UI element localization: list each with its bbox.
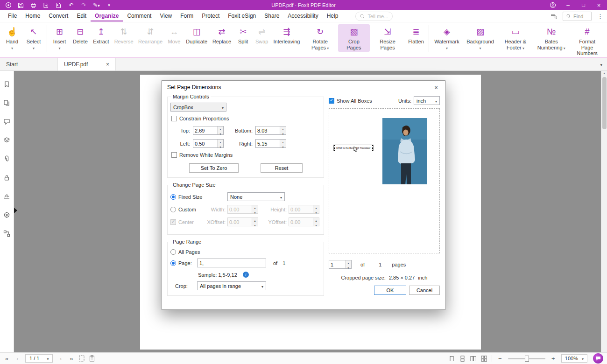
signature-panel-button[interactable] — [3, 192, 11, 200]
tool-hand[interactable]: ☝ Hand — [2, 24, 22, 52]
width-input[interactable] — [227, 205, 258, 214]
spinner-buttons[interactable] — [252, 205, 258, 213]
fixed-size-radio[interactable]: Fixed Size — [170, 194, 227, 200]
selection-handle[interactable] — [372, 147, 374, 149]
page-indicator[interactable]: 1 / 1 — [25, 354, 53, 363]
tool-rearrange[interactable]: ⇵ Rearrange — [136, 24, 165, 46]
snapshot-button[interactable] — [79, 355, 85, 362]
spin-down-icon[interactable] — [218, 144, 223, 149]
preview-page-value[interactable] — [329, 260, 345, 268]
bottom-value[interactable] — [256, 126, 280, 134]
spin-up-icon[interactable] — [218, 140, 223, 144]
single-page-view-button[interactable] — [449, 356, 455, 362]
menu-file[interactable]: File — [4, 11, 21, 21]
crop-preview[interactable]: UPDF is the Best PDF Translator — [329, 108, 440, 253]
tool-extract[interactable]: ↥ Extract — [91, 24, 112, 46]
xoffset-value[interactable] — [228, 218, 252, 226]
tab-start[interactable]: Start — [0, 58, 58, 70]
tab-updf-pdf[interactable]: UPDF.pdf — [58, 58, 116, 70]
zoom-in-button[interactable] — [550, 356, 557, 362]
spin-up-icon[interactable] — [313, 205, 319, 210]
zoom-level-select[interactable]: 100% — [561, 354, 587, 363]
menu-form[interactable]: Form — [176, 11, 198, 21]
zoom-slider-thumb[interactable] — [525, 356, 529, 362]
clipboard-button[interactable] — [89, 355, 95, 362]
zoom-out-button[interactable] — [497, 356, 503, 362]
redo-icon[interactable] — [80, 2, 87, 9]
print-icon[interactable] — [30, 2, 37, 9]
ok-button[interactable]: OK — [374, 286, 406, 295]
selection-handle[interactable] — [333, 147, 335, 149]
facing-continuous-view-button[interactable] — [481, 356, 487, 362]
menu-share[interactable]: Share — [260, 11, 283, 21]
spin-up-icon[interactable] — [218, 126, 223, 131]
spin-down-icon[interactable] — [313, 223, 319, 227]
fixed-size-select[interactable]: None — [227, 192, 285, 201]
menu-convert[interactable]: Convert — [44, 11, 72, 21]
height-input[interactable] — [289, 205, 319, 214]
menu-accessibility[interactable]: Accessibility — [283, 11, 322, 21]
spinner-buttons[interactable] — [252, 218, 258, 226]
tool-split[interactable]: ✂ Split — [234, 24, 253, 46]
previous-page-button[interactable] — [14, 356, 21, 362]
spin-up-icon[interactable] — [280, 126, 286, 131]
close-button[interactable] — [595, 2, 602, 9]
center-checkbox[interactable]: Center — [170, 219, 205, 225]
bookmarks-panel-button[interactable] — [3, 80, 11, 88]
more-options-icon[interactable] — [597, 13, 603, 20]
left-margin-input[interactable] — [193, 139, 224, 148]
tool-rotate-pages[interactable]: ↻ Rotate Pages — [302, 24, 338, 52]
info-icon[interactable] — [243, 272, 249, 278]
cancel-button[interactable]: Cancel — [409, 286, 440, 295]
tool-bates-numbering[interactable]: № Bates Numbering — [533, 24, 569, 52]
export-pdf-icon[interactable] — [42, 2, 49, 9]
set-to-zero-button[interactable]: Set To Zero — [189, 163, 239, 173]
spin-down-icon[interactable] — [346, 265, 351, 270]
tool-format-page-numbers[interactable]: # Format Page Numbers — [569, 24, 605, 58]
tool-crop-pages[interactable]: ▧ Crop Pages — [338, 24, 370, 52]
destinations-panel-button[interactable] — [3, 211, 11, 218]
advanced-search-icon[interactable] — [551, 13, 557, 19]
facing-view-button[interactable] — [470, 356, 476, 362]
spin-down-icon[interactable] — [218, 131, 223, 136]
spinner-buttons[interactable] — [217, 140, 223, 147]
spinner-buttons[interactable] — [280, 140, 286, 147]
spin-down-icon[interactable] — [252, 223, 258, 227]
tool-header-footer[interactable]: ▭ Header & Footer — [498, 24, 534, 52]
ai-assistant-button[interactable] — [593, 353, 603, 364]
security-panel-button[interactable] — [3, 174, 11, 181]
menu-foxit-esign[interactable]: Foxit eSign — [224, 11, 260, 21]
height-value[interactable] — [289, 205, 313, 213]
page-thumbnails-panel-button[interactable] — [3, 99, 11, 106]
selection-handle[interactable] — [333, 150, 335, 151]
menu-comment[interactable]: Comment — [123, 11, 155, 21]
spinner-buttons[interactable] — [313, 218, 319, 226]
first-page-button[interactable] — [4, 356, 10, 362]
spin-down-icon[interactable] — [280, 144, 286, 149]
next-page-button[interactable] — [57, 356, 64, 362]
dialog-header[interactable]: Set Page Dimensions — [162, 81, 445, 94]
menu-help[interactable]: Help — [323, 11, 343, 21]
layers-panel-button[interactable] — [3, 136, 11, 144]
spin-up-icon[interactable] — [252, 218, 258, 223]
dialog-close-icon[interactable] — [432, 84, 440, 91]
tool-reverse[interactable]: ⇅ Reverse — [112, 24, 136, 46]
tool-delete[interactable]: ⊟ Delete — [70, 24, 90, 46]
tool-insert[interactable]: ⊞ Insert — [49, 24, 70, 52]
spinner-buttons[interactable] — [217, 126, 223, 134]
spinner-buttons[interactable] — [313, 205, 319, 213]
document-canvas[interactable]: Set Page Dimensions Margin Controls Crop… — [14, 71, 601, 352]
tell-me-search[interactable]: Tell me... — [355, 12, 393, 21]
tool-swap[interactable]: ⇌ Swap — [253, 24, 271, 46]
spinner-buttons[interactable] — [345, 260, 351, 268]
spin-down-icon[interactable] — [252, 210, 258, 215]
page-radio[interactable]: Page: — [170, 260, 197, 266]
continuous-view-button[interactable] — [459, 356, 466, 362]
account-icon[interactable] — [549, 2, 556, 9]
tool-resize-pages[interactable]: ⇲ Resize Pages — [370, 24, 406, 52]
right-value[interactable] — [256, 140, 280, 147]
spin-up-icon[interactable] — [280, 140, 286, 144]
spin-up-icon[interactable] — [346, 260, 351, 265]
tool-move[interactable]: ↔ Move — [165, 24, 184, 46]
bottom-margin-input[interactable] — [255, 126, 286, 135]
